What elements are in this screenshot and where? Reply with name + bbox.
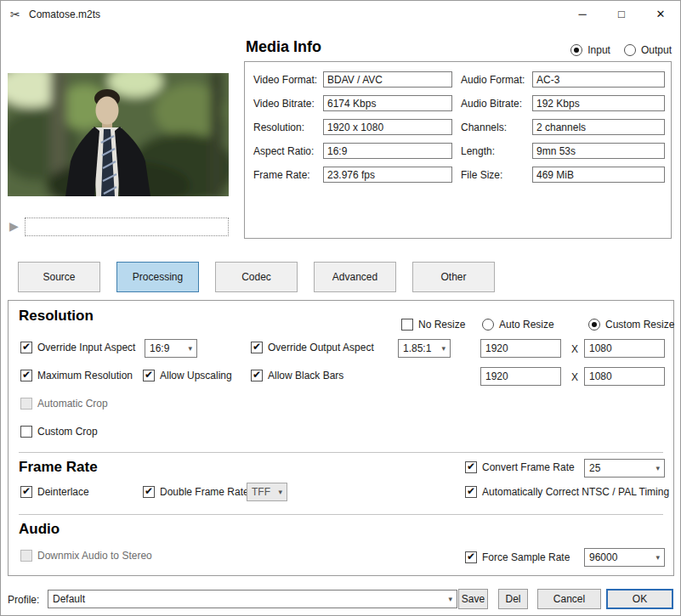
resize-height-input[interactable] bbox=[584, 339, 665, 358]
play-icon[interactable]: ▶ bbox=[9, 219, 19, 233]
resize-width-input[interactable] bbox=[480, 339, 561, 358]
output-aspect-dropdown[interactable]: 1.85:1 ▾ bbox=[398, 339, 451, 358]
media-row: Resolution: Channels: bbox=[245, 119, 671, 138]
processing-panel: Resolution No Resize Auto Resize Custom … bbox=[8, 300, 674, 576]
double-frame-rate-checkbox[interactable]: ✔ Double Frame Rate bbox=[143, 486, 249, 498]
resolution-heading: Resolution bbox=[19, 308, 94, 325]
app-window: ✂ Comatose.m2ts ─ □ ✕ bbox=[0, 0, 681, 616]
seek-bar[interactable] bbox=[25, 218, 229, 236]
dropdown-value: 96000 bbox=[589, 551, 617, 563]
checkbox-icon: ✔ bbox=[20, 486, 32, 498]
dropdown-value: TFF bbox=[252, 486, 270, 498]
maximum-resolution-checkbox[interactable]: ✔ Maximum Resolution bbox=[20, 370, 133, 381]
tab-codec[interactable]: Codec bbox=[215, 262, 298, 292]
chevron-down-icon: ▾ bbox=[278, 488, 282, 496]
titlebar: ✂ Comatose.m2ts ─ □ ✕ bbox=[1, 1, 680, 28]
chevron-down-icon: ▾ bbox=[448, 595, 452, 603]
checkbox-label: Override Input Aspect bbox=[37, 342, 135, 353]
profile-dropdown[interactable]: Default ▾ bbox=[48, 590, 457, 608]
save-button[interactable]: Save bbox=[458, 589, 488, 609]
video-frame bbox=[8, 73, 229, 196]
tab-advanced[interactable]: Advanced bbox=[314, 262, 396, 292]
checkbox-icon: ✔ bbox=[465, 486, 477, 498]
allow-black-bars-checkbox[interactable]: ✔ Allow Black Bars bbox=[251, 370, 343, 381]
audio-format-value[interactable] bbox=[532, 71, 665, 88]
cancel-button[interactable]: Cancel bbox=[537, 589, 601, 609]
tab-processing[interactable]: Processing bbox=[116, 262, 199, 292]
custom-crop-checkbox[interactable]: Custom Crop bbox=[20, 426, 98, 438]
chevron-down-icon: ▾ bbox=[655, 464, 660, 472]
audio-format-label: Audio Format: bbox=[461, 74, 525, 86]
convert-frame-rate-checkbox[interactable]: ✔ Convert Frame Rate bbox=[465, 461, 575, 473]
input-radio[interactable]: Input bbox=[570, 44, 610, 56]
checkbox-label: Override Output Aspect bbox=[268, 342, 374, 353]
input-aspect-dropdown[interactable]: 16:9 ▾ bbox=[145, 339, 197, 358]
output-radio[interactable]: Output bbox=[624, 44, 672, 56]
chevron-down-icon: ▾ bbox=[655, 553, 660, 562]
custom-resize-radio[interactable]: Custom Resize bbox=[588, 319, 674, 331]
radio-icon bbox=[482, 319, 494, 331]
radio-icon bbox=[624, 44, 636, 56]
aspect-ratio-value[interactable] bbox=[323, 143, 452, 159]
file-size-label: File Size: bbox=[461, 169, 502, 181]
force-sample-rate-checkbox[interactable]: ✔ Force Sample Rate bbox=[465, 551, 570, 563]
dropdown-value: 1.85:1 bbox=[403, 342, 431, 354]
max-height-input[interactable] bbox=[584, 367, 665, 386]
auto-resize-radio[interactable]: Auto Resize bbox=[482, 319, 554, 331]
override-input-aspect-checkbox[interactable]: ✔ Override Input Aspect bbox=[20, 342, 135, 353]
resolution-label: Resolution: bbox=[253, 122, 304, 133]
override-output-aspect-checkbox[interactable]: ✔ Override Output Aspect bbox=[251, 342, 374, 353]
frame-rate-dropdown[interactable]: 25 ▾ bbox=[584, 459, 665, 478]
frame-rate-value[interactable] bbox=[323, 167, 452, 183]
deinterlace-checkbox[interactable]: ✔ Deinterlace bbox=[20, 486, 89, 498]
checkbox-label: Automatically Correct NTSC / PAL Timing bbox=[482, 486, 669, 498]
del-button[interactable]: Del bbox=[498, 589, 528, 609]
ok-button[interactable]: OK bbox=[606, 589, 673, 609]
media-row: Video Bitrate: Audio Bitrate: bbox=[245, 95, 671, 114]
frame-rate-label: Frame Rate: bbox=[253, 169, 310, 181]
media-row: Video Format: Audio Format: bbox=[245, 71, 671, 90]
ntsc-pal-timing-checkbox[interactable]: ✔ Automatically Correct NTSC / PAL Timin… bbox=[465, 486, 669, 498]
length-value[interactable] bbox=[532, 143, 665, 159]
app-icon: ✂ bbox=[10, 8, 20, 21]
frame-rate-heading: Frame Rate bbox=[19, 459, 98, 476]
allow-upscaling-checkbox[interactable]: ✔ Allow Upscaling bbox=[143, 370, 232, 381]
max-width-input[interactable] bbox=[480, 367, 561, 386]
audio-bitrate-label: Audio Bitrate: bbox=[461, 98, 522, 110]
maximize-button[interactable]: □ bbox=[602, 1, 641, 28]
checkbox-icon: ✔ bbox=[143, 486, 155, 498]
video-format-value[interactable] bbox=[323, 71, 452, 88]
checkbox-icon: ✔ bbox=[251, 370, 263, 381]
checkbox-icon: ✔ bbox=[20, 370, 32, 381]
dropdown-value: Default bbox=[53, 593, 85, 605]
tab-other[interactable]: Other bbox=[412, 262, 495, 292]
resolution-value[interactable] bbox=[323, 119, 452, 135]
automatic-crop-checkbox: Automatic Crop bbox=[20, 398, 108, 410]
close-button[interactable]: ✕ bbox=[641, 1, 680, 28]
file-size-value[interactable] bbox=[532, 167, 665, 183]
aspect-ratio-label: Aspect Ratio: bbox=[253, 145, 314, 157]
audio-bitrate-value[interactable] bbox=[532, 95, 665, 111]
input-radio-label: Input bbox=[587, 44, 610, 56]
checkbox-label: Allow Black Bars bbox=[268, 370, 343, 381]
checkbox-label: Custom Crop bbox=[37, 426, 98, 438]
no-resize-checkbox[interactable]: No Resize bbox=[401, 319, 465, 331]
video-preview bbox=[8, 73, 229, 196]
media-info-title: Media Info bbox=[246, 38, 321, 56]
tab-source[interactable]: Source bbox=[18, 262, 100, 292]
dropdown-value: 25 bbox=[589, 462, 600, 474]
downmix-audio-checkbox: Downmix Audio to Stereo bbox=[20, 550, 152, 562]
checkbox-icon: ✔ bbox=[465, 551, 477, 563]
minimize-button[interactable]: ─ bbox=[563, 1, 602, 28]
channels-value[interactable] bbox=[532, 119, 665, 135]
x-separator: X bbox=[571, 371, 578, 383]
checkbox-icon: ✔ bbox=[251, 342, 263, 353]
checkbox-icon: ✔ bbox=[465, 461, 477, 473]
sample-rate-dropdown[interactable]: 96000 ▾ bbox=[584, 548, 665, 567]
checkbox-label: Maximum Resolution bbox=[37, 370, 133, 381]
checkbox-label: Automatic Crop bbox=[37, 398, 108, 410]
video-bitrate-value[interactable] bbox=[323, 95, 452, 111]
radio-icon bbox=[570, 44, 582, 56]
radio-label: Custom Resize bbox=[605, 319, 674, 331]
chevron-down-icon: ▾ bbox=[441, 344, 445, 353]
